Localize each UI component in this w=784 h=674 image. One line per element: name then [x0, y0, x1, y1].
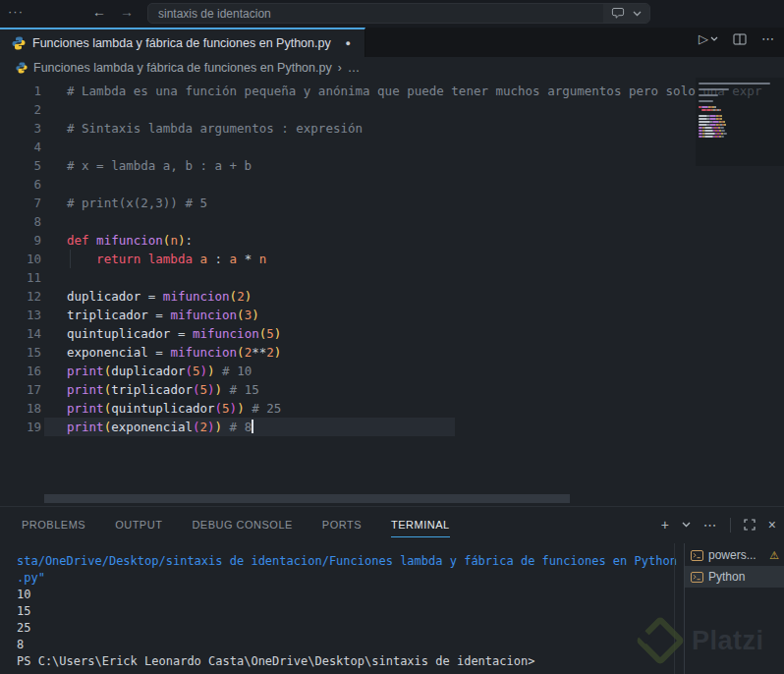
terminal-line: 15 [17, 603, 670, 620]
code-line[interactable] [44, 268, 784, 287]
terminal-line: .py" [17, 570, 670, 587]
code-line[interactable]: # Sintaxis lambda argumentos : expresión [44, 119, 784, 138]
command-center-search[interactable]: sintaxis de identacion [147, 3, 650, 24]
line-number[interactable]: 3 [0, 119, 41, 138]
code-line[interactable]: triplicador = mifuncion(3) [44, 306, 784, 324]
divider [730, 518, 731, 533]
terminal-session-powers[interactable]: powers...⚠ [685, 544, 784, 566]
search-input[interactable]: sintaxis de identacion [148, 7, 603, 21]
line-number[interactable]: 1 [0, 82, 41, 100]
line-number[interactable]: 8 [0, 212, 41, 231]
code-line[interactable]: quintuplicador = mifuncion(5) [44, 324, 784, 343]
line-number[interactable]: 13 [0, 306, 41, 324]
terminal-line: PS C:\Users\Erick Leonardo Casta\OneDriv… [17, 653, 670, 670]
code-line[interactable]: exponencial = mifuncion(2**2) [44, 343, 784, 362]
run-button[interactable]: ▷ [699, 31, 718, 46]
terminal-line: sta/OneDrive/Desktop/sintaxis de identac… [17, 553, 670, 570]
line-number[interactable]: 15 [0, 343, 41, 362]
modified-dot-icon[interactable]: ● [346, 38, 353, 48]
minimap[interactable] [696, 78, 784, 166]
code-editor[interactable]: 12345678910111213141516171819 # Lambda e… [0, 78, 784, 506]
line-number[interactable]: 7 [0, 194, 41, 212]
code-line[interactable]: print(triplicador(5)) # 15 [44, 380, 784, 399]
panel-tab-problems[interactable]: PROBLEMS [22, 519, 85, 531]
line-number[interactable]: 6 [0, 175, 41, 194]
close-panel-icon[interactable]: × [768, 518, 776, 532]
chat-icon[interactable] [611, 7, 625, 20]
python-icon [16, 62, 28, 74]
code-line[interactable] [44, 138, 784, 156]
breadcrumb-chevron-icon: › [338, 61, 342, 75]
line-number[interactable]: 9 [0, 231, 41, 250]
editor-actions: ▷ ⋯ [699, 31, 774, 46]
panel-tab-ports[interactable]: PORTS [322, 519, 362, 531]
panel-more-icon[interactable]: ⋯ [703, 518, 717, 532]
menu-overflow-icon[interactable]: ··· [8, 4, 24, 19]
code-line[interactable]: # Lambda es una función pequeña y anónim… [44, 82, 784, 100]
line-number[interactable]: 10 [0, 250, 41, 268]
platzi-watermark: Platzi [637, 623, 764, 658]
run-chevron-icon[interactable] [710, 36, 718, 41]
platzi-logo-icon [636, 616, 686, 666]
line-number[interactable]: 16 [0, 362, 41, 380]
terminal-output[interactable]: sta/OneDrive/Desktop/sintaxis de identac… [17, 553, 670, 670]
terminal-session-list: powers...⚠Python [685, 544, 784, 588]
terminal-icon [691, 550, 703, 561]
vscode-window: ··· ← → sintaxis de identacion Funciones… [0, 0, 784, 674]
terminal-session-python[interactable]: Python [685, 566, 784, 588]
panel-tab-terminal[interactable]: TERMINAL [391, 519, 450, 537]
breadcrumb[interactable]: Funciones lambda y fábrica de funciones … [0, 57, 784, 78]
tab-bar: Funciones lambda y fábrica de funciones … [0, 28, 784, 57]
code-line[interactable] [44, 100, 784, 119]
line-number[interactable]: 2 [0, 100, 41, 119]
code-line[interactable]: # print(x(2,3)) # 5 [44, 194, 784, 212]
code-line[interactable] [44, 175, 784, 194]
maximize-panel-icon[interactable] [744, 519, 756, 531]
breadcrumb-symbol[interactable]: … [348, 61, 361, 75]
session-label: powers... [708, 548, 764, 562]
tab-filename: Funciones lambda y fábrica de funciones … [32, 36, 339, 50]
terminal-profile-chevron-icon[interactable] [682, 522, 691, 528]
text-cursor [252, 420, 253, 433]
nav-forward-icon[interactable]: → [120, 4, 134, 20]
code-line[interactable]: print(quintuplicador(5)) # 25 [44, 399, 784, 418]
watermark-text: Platzi [692, 626, 764, 656]
python-icon [12, 36, 26, 50]
line-number[interactable]: 12 [0, 287, 41, 306]
code-line[interactable]: def mifuncion(n): [44, 231, 784, 250]
panel-actions: + ⋯ × [661, 507, 776, 542]
terminal-line: 8 [17, 637, 670, 653]
line-number[interactable]: 19 [0, 418, 41, 436]
horizontal-scrollbar[interactable] [44, 494, 570, 503]
chevron-down-icon[interactable] [633, 11, 642, 17]
panel-tab-output[interactable]: OUTPUT [115, 519, 162, 531]
new-terminal-icon[interactable]: + [661, 518, 669, 532]
line-number[interactable]: 18 [0, 399, 41, 418]
breadcrumb-filename[interactable]: Funciones lambda y fábrica de funciones … [33, 61, 332, 75]
code-area[interactable]: # Lambda es una función pequeña y anónim… [44, 82, 784, 436]
panel-tab-debug-console[interactable]: DEBUG CONSOLE [192, 519, 292, 531]
line-number[interactable]: 4 [0, 138, 41, 156]
line-number[interactable]: 5 [0, 156, 41, 175]
line-number[interactable]: 14 [0, 324, 41, 343]
code-line[interactable]: print(exponencial(2)) # 8 [44, 418, 784, 436]
nav-back-icon[interactable]: ← [92, 4, 106, 20]
terminal-line: 10 [17, 587, 670, 603]
terminal-line: 25 [17, 620, 670, 637]
code-line[interactable]: print(duplicador(5)) # 10 [44, 362, 784, 380]
line-number[interactable]: 11 [0, 268, 41, 287]
tab-funciones-lambda[interactable]: Funciones lambda y fábrica de funciones … [0, 28, 365, 57]
code-line[interactable]: return lambda a : a * n [44, 250, 784, 268]
editor-more-icon[interactable]: ⋯ [761, 31, 774, 46]
terminal-icon [691, 572, 703, 583]
split-editor-icon[interactable] [733, 32, 747, 46]
line-number[interactable]: 17 [0, 380, 41, 399]
code-line[interactable] [44, 212, 784, 231]
code-line[interactable]: # x = lambda a, b : a + b [44, 156, 784, 175]
code-line[interactable]: duplicador = mifuncion(2) [44, 287, 784, 306]
warning-icon: ⚠ [769, 549, 784, 562]
session-label: Python [708, 570, 784, 584]
gutter[interactable]: 12345678910111213141516171819 [0, 82, 41, 436]
title-bar: ··· ← → sintaxis de identacion [0, 0, 784, 28]
